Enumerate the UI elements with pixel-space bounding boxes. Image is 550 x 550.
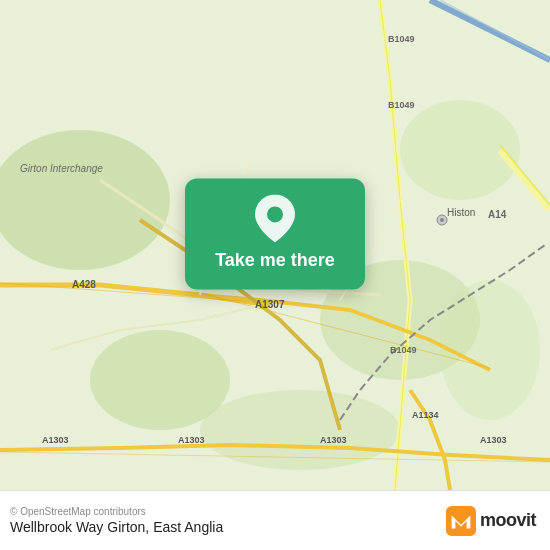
moovit-text: moovit [480, 510, 536, 531]
copyright-text: © OpenStreetMap contributors [10, 506, 223, 517]
svg-text:A1303: A1303 [480, 435, 507, 445]
svg-text:A14: A14 [488, 209, 507, 220]
svg-rect-23 [446, 506, 476, 536]
svg-text:Girton Interchange: Girton Interchange [20, 163, 103, 174]
svg-point-6 [440, 280, 540, 420]
svg-text:B1049: B1049 [388, 100, 415, 110]
cta-overlay[interactable]: Take me there [185, 178, 365, 289]
svg-text:Histon: Histon [447, 207, 475, 218]
map-container: B1049 B1049 A14 A428 A1307 B1049 A1303 A… [0, 0, 550, 490]
svg-point-5 [200, 390, 400, 470]
location-label: Wellbrook Way Girton, East Anglia [10, 519, 223, 535]
bottom-bar: © OpenStreetMap contributors Wellbrook W… [0, 490, 550, 550]
moovit-logo: moovit [446, 506, 536, 536]
svg-text:A1303: A1303 [178, 435, 205, 445]
svg-text:A1307: A1307 [255, 299, 285, 310]
location-pin-icon [253, 196, 297, 240]
svg-point-21 [440, 218, 444, 222]
moovit-icon [446, 506, 476, 536]
take-me-there-button[interactable]: Take me there [215, 250, 335, 271]
svg-text:A1134: A1134 [412, 410, 439, 420]
svg-point-22 [267, 206, 283, 222]
svg-text:A1303: A1303 [320, 435, 347, 445]
bottom-left: © OpenStreetMap contributors Wellbrook W… [10, 506, 223, 535]
svg-text:A428: A428 [72, 279, 96, 290]
svg-text:B1049: B1049 [388, 34, 415, 44]
svg-text:B1049: B1049 [390, 345, 417, 355]
svg-text:A1303: A1303 [42, 435, 69, 445]
